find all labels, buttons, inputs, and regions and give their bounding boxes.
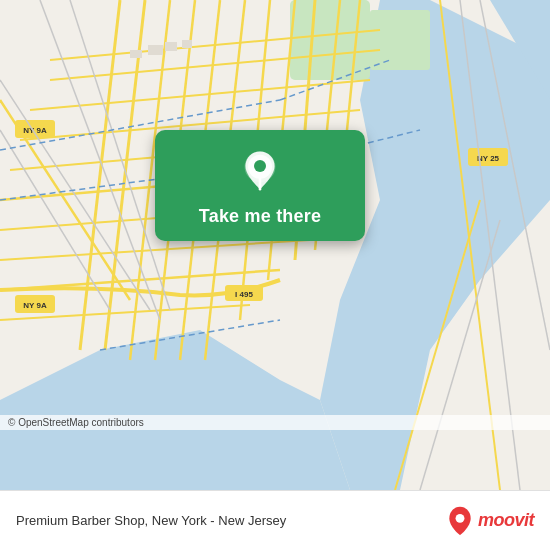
- location-pin-icon: [236, 148, 284, 196]
- map-attribution: © OpenStreetMap contributors: [0, 415, 550, 430]
- moovit-brand-text: moovit: [478, 510, 534, 531]
- svg-point-54: [254, 160, 266, 172]
- svg-point-55: [456, 513, 465, 522]
- take-me-there-button[interactable]: Take me there: [155, 130, 365, 241]
- svg-rect-50: [182, 40, 192, 48]
- map-container: NY 9A NY 9A NY 25 I 495: [0, 0, 550, 490]
- moovit-logo: moovit: [446, 505, 534, 537]
- moovit-pin-icon: [446, 505, 474, 537]
- svg-rect-48: [148, 45, 163, 55]
- svg-text:NY 9A: NY 9A: [23, 301, 47, 310]
- svg-text:I 495: I 495: [235, 290, 253, 299]
- svg-rect-47: [130, 50, 142, 58]
- svg-rect-2: [370, 10, 430, 70]
- svg-rect-49: [165, 42, 177, 51]
- bottom-info-bar: Premium Barber Shop, New York - New Jers…: [0, 490, 550, 550]
- location-label: Premium Barber Shop, New York - New Jers…: [16, 513, 436, 528]
- take-me-there-label: Take me there: [199, 206, 321, 227]
